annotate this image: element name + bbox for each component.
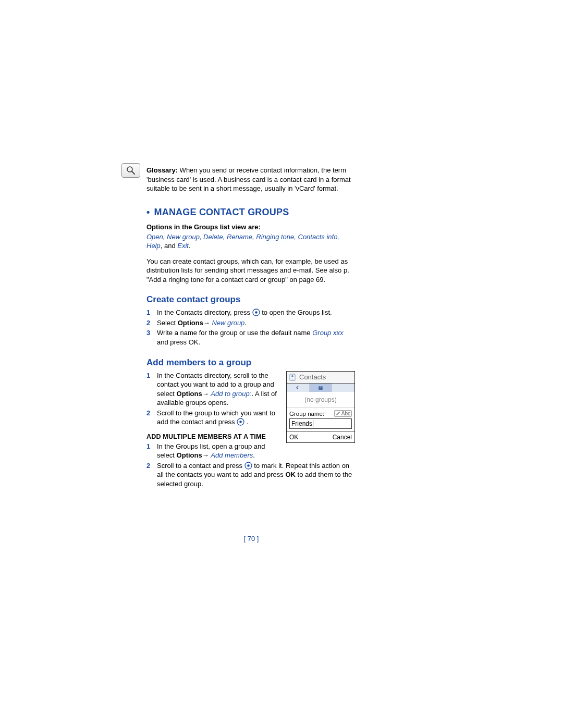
content-area: Glossary: When you send or receive conta… — [146, 0, 356, 542]
glossary-paragraph: Glossary: When you send or receive conta… — [146, 166, 356, 193]
svg-point-6 — [319, 386, 321, 388]
phone-tab — [287, 384, 310, 392]
list-item: 2 Scroll to the group to which you want … — [146, 409, 281, 427]
list-item: 2 Scroll to a contact and press to mark … — [146, 461, 356, 489]
phone-field-label: Group name: — [289, 411, 324, 417]
svg-point-3 — [255, 312, 258, 314]
svg-rect-8 — [319, 388, 323, 390]
subsubheading-multi: ADD MULTIPLE MEMBERS AT A TIME — [146, 433, 281, 440]
subheading-add: Add members to a group — [146, 357, 356, 368]
list-item: 1 In the Groups list, open a group and s… — [146, 442, 281, 460]
bullet-icon: • — [146, 207, 150, 218]
options-label: Options in the Groups list view are: — [146, 223, 356, 231]
softkey-ok[interactable]: OK — [289, 434, 298, 441]
section-heading-manage: •MANAGE CONTACT GROUPS — [146, 207, 356, 218]
add-members-block: Contacts (no groups) Group name: — [146, 371, 356, 489]
phone-softkeys: OK Cancel — [287, 431, 354, 442]
intro-paragraph: You can create contact groups, which can… — [146, 257, 356, 285]
joystick-icon — [244, 462, 252, 470]
svg-line-1 — [132, 171, 134, 174]
subheading-create: Create contact groups — [146, 294, 356, 305]
phone-tab-active — [310, 384, 333, 392]
svg-point-12 — [247, 464, 250, 467]
svg-point-10 — [239, 421, 242, 423]
svg-point-5 — [291, 375, 293, 377]
text-cursor — [313, 420, 313, 427]
phone-empty-text: (no groups) — [287, 392, 354, 408]
phone-tab — [332, 384, 354, 392]
softkey-cancel[interactable]: Cancel — [333, 434, 352, 441]
list-item: 2 Select Options→ New group. — [146, 318, 356, 328]
phone-screenshot: Contacts (no groups) Group name: — [286, 371, 355, 443]
add-steps-list: 1 In the Contacts directory, scroll to t… — [146, 371, 281, 427]
phone-text-input[interactable]: Friends — [289, 418, 352, 429]
list-item: 1 In the Contacts directory, press to op… — [146, 308, 356, 317]
options-list-line: Open, New group, Delete, Rename, Ringing… — [146, 232, 356, 251]
joystick-icon — [237, 418, 244, 426]
magnifier-icon — [121, 163, 140, 178]
phone-form: Group name: Abc Friends — [287, 408, 354, 431]
page-number: [ 70 ] — [146, 535, 356, 542]
svg-point-7 — [321, 386, 323, 388]
input-mode-indicator: Abc — [334, 410, 352, 417]
contacts-app-icon — [289, 373, 297, 381]
list-item: 1 In the Contacts directory, scroll to t… — [146, 371, 281, 408]
glossary-label: Glossary: — [146, 166, 178, 174]
phone-app-title: Contacts — [299, 373, 326, 381]
create-steps-list: 1 In the Contacts directory, press to op… — [146, 308, 356, 347]
phone-titlebar: Contacts — [287, 372, 354, 384]
list-item: 3 Write a name for the group or use the … — [146, 328, 356, 347]
phone-tabs — [287, 384, 354, 392]
document-page: Glossary: When you send or receive conta… — [0, 0, 563, 728]
pencil-icon — [336, 411, 340, 415]
multi-steps-list: 1 In the Groups list, open a group and s… — [146, 442, 356, 489]
joystick-icon — [252, 309, 260, 316]
